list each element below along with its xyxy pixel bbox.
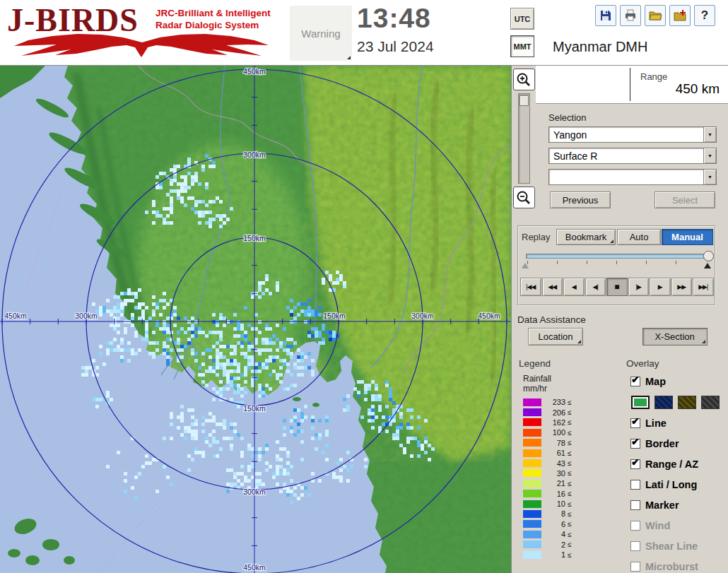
legend-color-swatch bbox=[523, 408, 541, 416]
lte-glyph: ≤ bbox=[568, 459, 572, 467]
check-icon: ✔ bbox=[631, 374, 640, 385]
range-ring-label: 300km bbox=[411, 312, 434, 320]
lte-glyph: ≤ bbox=[568, 510, 572, 518]
manual-button[interactable]: Manual bbox=[662, 229, 713, 245]
legend-row: 2≤ bbox=[523, 539, 622, 549]
divider bbox=[630, 68, 630, 101]
app-logo: J-BIRDS JRC-Brilliant & Intelligent Rada… bbox=[6, 1, 288, 64]
export-icon[interactable] bbox=[669, 5, 691, 26]
site-dropdown[interactable]: Yangon ▼ bbox=[548, 126, 717, 143]
replay-slider[interactable] bbox=[522, 251, 712, 271]
zoom-slider-thumb[interactable] bbox=[519, 95, 529, 106]
legend-value: 100 bbox=[547, 428, 565, 437]
legend-row: 162≤ bbox=[523, 418, 622, 427]
product-dropdown-value: Surface R bbox=[549, 150, 703, 162]
lte-glyph: ≤ bbox=[568, 480, 572, 488]
checkbox[interactable] bbox=[630, 541, 640, 551]
help-icon[interactable]: ? bbox=[694, 5, 715, 26]
checkbox[interactable] bbox=[630, 480, 640, 490]
checkbox[interactable] bbox=[630, 562, 640, 572]
legend-value: 2 bbox=[547, 540, 565, 549]
overlay-label: Marker bbox=[645, 500, 679, 511]
product-dropdown[interactable]: Surface R ▼ bbox=[548, 148, 717, 164]
extra-dropdown[interactable]: ▼ bbox=[548, 169, 717, 185]
range-ring-label: 450km bbox=[4, 312, 27, 320]
timezone-toggle: UTC MMT bbox=[510, 8, 535, 57]
legend-color-swatch bbox=[523, 418, 541, 426]
overlay-item-shear-line[interactable]: Shear Line bbox=[630, 536, 728, 556]
checkbox[interactable]: ✔ bbox=[630, 459, 640, 469]
overlay-item-marker[interactable]: Marker bbox=[630, 495, 728, 515]
overlay-item-range-az[interactable]: ✔Range / AZ bbox=[630, 454, 728, 474]
warning-label: Warning bbox=[301, 28, 340, 40]
overlay-item-microburst[interactable]: Microburst bbox=[630, 556, 728, 573]
print-icon[interactable] bbox=[620, 5, 641, 26]
map-style-swatch[interactable] bbox=[701, 396, 720, 409]
range-ring-label: 450km bbox=[243, 563, 266, 572]
stop-button[interactable]: ■ bbox=[606, 278, 628, 296]
xsection-button[interactable]: X-Section bbox=[642, 328, 708, 345]
zoom-out-icon[interactable] bbox=[513, 187, 535, 208]
zoom-in-icon[interactable] bbox=[513, 69, 535, 90]
overlay-item-wind[interactable]: Wind bbox=[630, 515, 728, 536]
bookmark-button[interactable]: Bookmark bbox=[556, 229, 616, 245]
checkbox[interactable]: ✔ bbox=[630, 377, 640, 386]
overlay-item-line[interactable]: ✔Line bbox=[630, 413, 728, 433]
save-icon[interactable] bbox=[595, 5, 616, 26]
skip-end-button[interactable]: ▶▶| bbox=[693, 278, 714, 296]
check-icon: ✔ bbox=[631, 415, 640, 427]
overlay-item-border[interactable]: ✔Border bbox=[630, 433, 728, 454]
overlay-item-lati-long[interactable]: Lati / Long bbox=[630, 474, 728, 495]
fast-forward-button[interactable]: ▶▶ bbox=[671, 278, 693, 296]
lte-glyph: ≤ bbox=[568, 469, 572, 477]
mmt-button[interactable]: MMT bbox=[510, 35, 534, 57]
zoom-slider-track[interactable] bbox=[518, 93, 530, 184]
replay-slider-track[interactable] bbox=[526, 254, 707, 259]
map-style-swatch[interactable] bbox=[631, 396, 650, 409]
play-reverse-button[interactable]: ◀ bbox=[563, 278, 585, 296]
rewind-button[interactable]: ◀◀ bbox=[542, 278, 563, 296]
location-button[interactable]: Location bbox=[528, 328, 583, 345]
lte-glyph: ≤ bbox=[568, 520, 572, 528]
open-folder-icon[interactable] bbox=[645, 5, 666, 26]
chevron-down-icon[interactable]: ▼ bbox=[703, 148, 716, 163]
legend-color-swatch bbox=[523, 429, 541, 437]
map-style-swatch[interactable] bbox=[654, 396, 673, 409]
range-ring-label: 450km bbox=[243, 67, 266, 76]
legend-color-swatch bbox=[523, 449, 541, 457]
utc-button[interactable]: UTC bbox=[510, 8, 534, 30]
chevron-down-icon[interactable]: ▼ bbox=[703, 127, 716, 142]
range-ring-label: 150km bbox=[243, 234, 266, 242]
step-back-button[interactable]: ◀| bbox=[585, 278, 606, 296]
legend-color-swatch bbox=[523, 510, 541, 518]
overlay-item-map[interactable]: ✔Map bbox=[630, 371, 728, 391]
legend-row: 30≤ bbox=[523, 468, 622, 478]
checkbox[interactable]: ✔ bbox=[630, 418, 640, 428]
legend-value: 233 bbox=[547, 398, 565, 406]
legend-value: 30 bbox=[547, 469, 565, 478]
help-glyph: ? bbox=[701, 8, 708, 23]
range-ring-label: 150km bbox=[323, 312, 346, 320]
previous-button[interactable]: Previous bbox=[550, 191, 611, 208]
legend-value: 4 bbox=[547, 530, 565, 538]
legend-row: 1≤ bbox=[523, 550, 622, 560]
step-forward-button[interactable]: |▶ bbox=[628, 278, 650, 296]
checkbox[interactable]: ✔ bbox=[630, 439, 640, 449]
chevron-down-icon[interactable]: ▼ bbox=[703, 170, 716, 184]
checkbox[interactable] bbox=[630, 500, 640, 510]
select-button[interactable]: Select bbox=[654, 191, 715, 208]
range-ring-label: 300km bbox=[243, 488, 266, 496]
checkbox[interactable] bbox=[630, 521, 640, 531]
replay-slider-thumb[interactable] bbox=[703, 251, 714, 261]
legend-title: Legend bbox=[519, 358, 551, 369]
radar-display[interactable]: 450km 300km 150km 150km 300km 450km 450k… bbox=[0, 66, 511, 573]
map-style-swatch[interactable] bbox=[678, 396, 696, 409]
auto-button[interactable]: Auto bbox=[617, 229, 661, 245]
station-title: Myanmar DMH bbox=[553, 39, 647, 55]
skip-start-button[interactable]: |◀◀ bbox=[520, 278, 541, 296]
range-box: Range 450 km bbox=[536, 66, 728, 104]
warning-button[interactable]: Warning bbox=[290, 6, 352, 61]
playback-row: |◀◀◀◀◀◀|■|▶▶▶▶▶▶| bbox=[520, 278, 714, 296]
play-button[interactable]: ▶ bbox=[650, 278, 671, 296]
lte-glyph: ≤ bbox=[568, 490, 572, 497]
